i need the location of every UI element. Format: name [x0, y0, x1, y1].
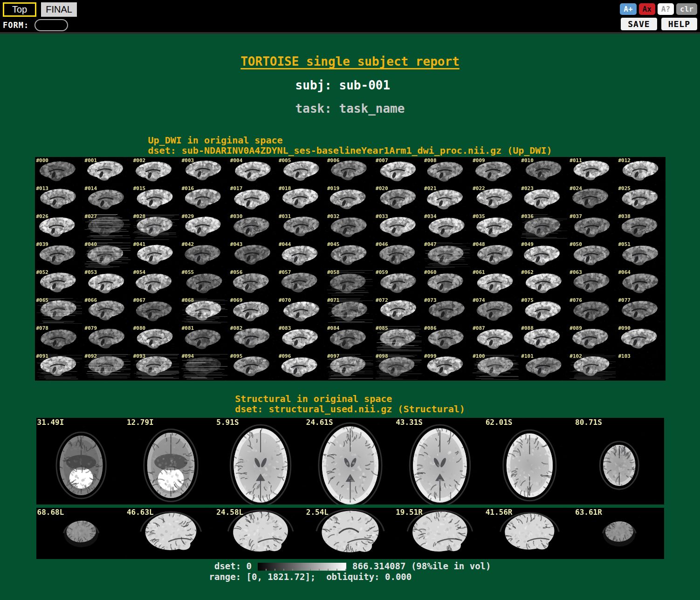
rate-other-button[interactable]: A?: [658, 3, 674, 15]
dwi-section-title: Up_DWI in original space: [148, 135, 552, 145]
rate-bad-button[interactable]: Ax: [639, 3, 655, 15]
rate-good-button[interactable]: A+: [620, 3, 636, 15]
structural-axial-montage[interactable]: 31.49I12.79I5.91S24.61S43.31S62.01S80.71…: [36, 418, 664, 505]
structural-section: Structural in original space dset: struc…: [0, 394, 700, 559]
page-title: TORTOISE single subject report: [0, 55, 700, 68]
report-body: TORTOISE single subject report subj: sub…: [0, 55, 700, 582]
colorbar-line: dset: 0866.314087 (98%ile in vol): [209, 561, 491, 572]
header-bar: Top FINAL FORM: A+ Ax A? clr SAVE HELP: [0, 0, 700, 34]
header-right: A+ Ax A? clr SAVE HELP: [617, 3, 697, 30]
structural-section-heading: Structural in original space dset: struc…: [235, 394, 465, 414]
save-button[interactable]: SAVE: [621, 18, 657, 30]
dwi-dset-line: dset: sub-NDARINV0A4ZDYNL_ses-baselineYe…: [148, 145, 552, 156]
colorbar-max-text: 866.314087 (98%ile in vol): [352, 561, 491, 571]
subject-block: subj: sub-001 task: task_name: [295, 78, 405, 116]
structural-sagittal-montage[interactable]: 68.68L46.63L24.58L2.54L19.51R41.56R63.61…: [36, 508, 664, 559]
task-name-line: task: task_name: [295, 102, 405, 116]
colorbar-min-value: 0: [247, 561, 252, 571]
subject-id-line: subj: sub-001: [295, 78, 405, 92]
dwi-section-heading: Up_DWI in original space dset: sub-NDARI…: [148, 135, 552, 156]
final-button[interactable]: FINAL: [41, 2, 77, 17]
structural-axial-image: [36, 418, 664, 505]
form-label: FORM:: [3, 20, 29, 30]
dwi-montage[interactable]: #000#001#002#003#004#005#006#007#008#009…: [35, 157, 666, 381]
header-left: Top FINAL FORM:: [3, 2, 77, 31]
structural-dset-line: dset: structural_used.nii.gz (Structural…: [235, 404, 465, 414]
help-button[interactable]: HELP: [661, 18, 697, 30]
structural-section-title: Structural in original space: [235, 394, 465, 404]
rate-clear-button[interactable]: clr: [676, 3, 697, 15]
structural-sagittal-image: [36, 508, 664, 559]
colorbar-dset-label: dset:: [209, 561, 247, 571]
grayscale-colorbar: [258, 563, 346, 571]
colorbar-block: dset: 0866.314087 (98%ile in vol) range:…: [209, 561, 491, 582]
top-nav-button[interactable]: Top: [3, 2, 36, 17]
dwi-section: Up_DWI in original space dset: sub-NDARI…: [0, 135, 700, 381]
form-input[interactable]: [34, 19, 68, 31]
range-obliquity-line: range: [0, 1821.72]; obliquity: 0.000: [209, 572, 491, 582]
dwi-montage-image: [35, 157, 666, 381]
